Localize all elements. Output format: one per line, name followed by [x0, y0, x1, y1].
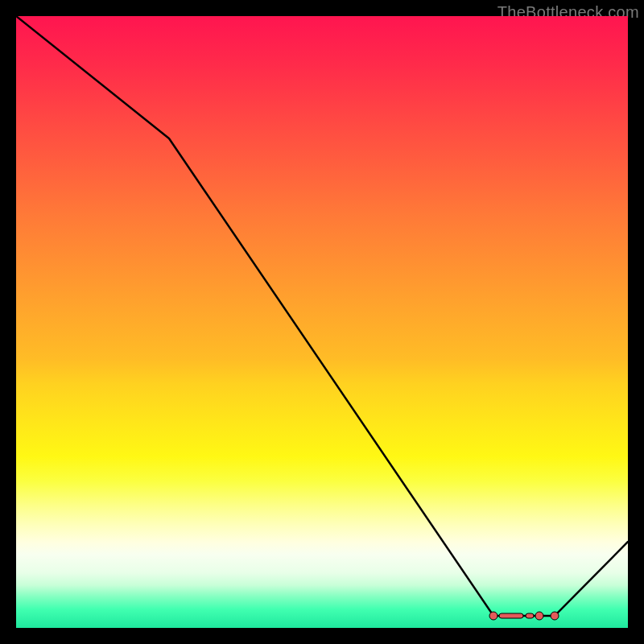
- svg-point-4: [551, 612, 559, 620]
- data-line: [16, 16, 628, 616]
- svg-rect-2: [526, 613, 534, 618]
- line-plot: [16, 16, 628, 628]
- svg-rect-1: [499, 613, 523, 618]
- chart-container: TheBottleneck.com: [0, 0, 644, 644]
- svg-point-3: [535, 612, 543, 620]
- plot-area: [16, 16, 628, 628]
- svg-point-0: [489, 612, 497, 620]
